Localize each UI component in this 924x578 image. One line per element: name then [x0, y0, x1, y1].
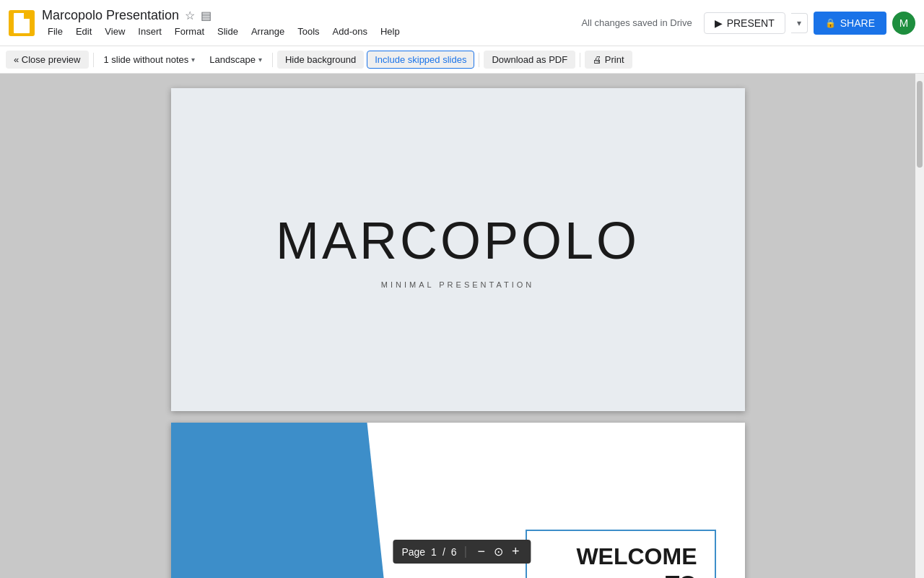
download-pdf-button[interactable]: Download as PDF [484, 51, 575, 69]
include-skipped-button[interactable]: Include skipped slides [367, 51, 474, 69]
toolbar-divider-4 [580, 53, 580, 67]
menu-insert[interactable]: Insert [132, 25, 167, 38]
present-dropdown[interactable]: ▾ [791, 13, 808, 33]
print-icon: 🖨 [593, 54, 602, 65]
menu-arrange[interactable]: Arrange [245, 25, 290, 38]
scrollbar-track[interactable] [915, 74, 924, 578]
page-label: Page [401, 546, 425, 558]
orientation-dropdown[interactable]: Landscape ▾ [204, 51, 268, 68]
title-icons: ☆ ▤ [185, 9, 212, 22]
folder-icon[interactable]: ▤ [201, 9, 212, 22]
menu-slide[interactable]: Slide [212, 25, 244, 38]
menu-view[interactable]: View [99, 25, 131, 38]
slide-1-wrapper: MARCOPOLO MINIMAL PRESENTATION [171, 88, 745, 411]
menu-file[interactable]: File [42, 25, 69, 38]
menu-row: File Edit View Insert Format Slide Arran… [42, 25, 570, 38]
title-section: Marcopolo Presentation ☆ ▤ File Edit Vie… [42, 8, 570, 38]
present-button[interactable]: ▶ PRESENT [704, 12, 785, 34]
print-button[interactable]: 🖨 Print [585, 51, 632, 69]
slides-area[interactable]: MARCOPOLO MINIMAL PRESENTATION WELCOME T… [0, 74, 915, 578]
avatar[interactable]: M [892, 12, 915, 35]
slide-2-text-box: WELCOME TO MARCOPOLO [526, 530, 716, 578]
document-title[interactable]: Marcopolo Presentation [42, 8, 179, 23]
hide-background-button[interactable]: Hide background [277, 51, 364, 69]
page-total: 6 [451, 546, 457, 558]
slide-1-subtitle: MINIMAL PRESENTATION [381, 280, 534, 289]
toolbar: « Close preview 1 slide without notes ▾ … [0, 46, 924, 74]
menu-tools[interactable]: Tools [292, 25, 325, 38]
slide-2-line2: TO [544, 570, 697, 578]
print-label: Print [605, 54, 624, 65]
slide-view-dropdown[interactable]: 1 slide without notes ▾ [98, 51, 201, 68]
page-counter: Page 1 / 6 − ⊙ + [393, 540, 531, 564]
menu-format[interactable]: Format [169, 25, 210, 38]
toolbar-divider-3 [479, 53, 479, 67]
slide-2-title: WELCOME TO MARCOPOLO [544, 543, 697, 578]
present-label: PRESENT [727, 17, 775, 29]
menu-help[interactable]: Help [375, 25, 406, 38]
toolbar-divider-1 [93, 53, 94, 67]
zoom-out-button[interactable]: − [475, 544, 489, 559]
page-separator: / [443, 546, 445, 558]
slide-1-title: MARCOPOLO [276, 211, 640, 270]
slide-view-label: 1 slide without notes [104, 54, 189, 65]
save-status: All changes saved in Drive [581, 17, 692, 28]
slide-view-caret: ▾ [191, 56, 195, 64]
zoom-in-button[interactable]: + [509, 544, 523, 559]
zoom-icon: ⊙ [494, 545, 503, 558]
title-row: Marcopolo Presentation ☆ ▤ [42, 8, 570, 23]
close-preview-button[interactable]: « Close preview [6, 51, 89, 69]
menu-addons[interactable]: Add-ons [327, 25, 373, 38]
star-icon[interactable]: ☆ [185, 9, 195, 22]
toolbar-divider-2 [272, 53, 273, 67]
app-icon [9, 10, 35, 36]
page-current: 1 [431, 546, 437, 558]
main-content: MARCOPOLO MINIMAL PRESENTATION WELCOME T… [0, 74, 924, 578]
slide-2-left-bg [171, 423, 402, 578]
scrollbar-thumb[interactable] [917, 81, 923, 168]
menu-edit[interactable]: Edit [70, 25, 97, 38]
orientation-label: Landscape [209, 54, 256, 65]
page-counter-divider [466, 546, 466, 558]
slide-2-line1: WELCOME [544, 543, 697, 570]
top-actions: ▶ PRESENT ▾ 🔒 SHARE M [704, 12, 915, 35]
slide-1: MARCOPOLO MINIMAL PRESENTATION [171, 88, 745, 411]
share-button[interactable]: 🔒 SHARE [814, 12, 886, 35]
orientation-caret: ▾ [258, 56, 262, 64]
top-bar: Marcopolo Presentation ☆ ▤ File Edit Vie… [0, 0, 924, 46]
share-label: SHARE [840, 17, 875, 29]
